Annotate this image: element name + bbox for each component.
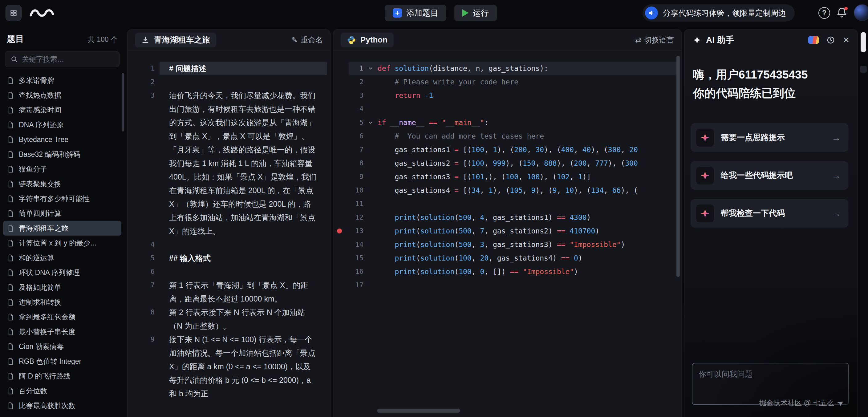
file-icon: [7, 387, 14, 395]
sidebar-item[interactable]: 多米诺骨牌: [3, 73, 121, 88]
ai-panel-header: AI 助手 ✕: [684, 29, 858, 51]
file-icon: [7, 284, 14, 291]
sidebar-item[interactable]: 青海湖租车之旅: [3, 221, 121, 235]
sidebar-item[interactable]: 查找热点数据: [3, 88, 121, 102]
sidebar-item-label: 字符串有多少种可能性: [19, 194, 90, 203]
description-line: 4: [127, 238, 330, 251]
sidebar-item[interactable]: RGB 色值转 Integer: [3, 354, 121, 368]
help-button[interactable]: ?: [818, 7, 830, 19]
line-number: 9: [346, 170, 364, 184]
description-line-text: [169, 265, 317, 279]
close-icon[interactable]: ✕: [843, 36, 849, 44]
problem-description[interactable]: 1# 问题描述23油价飞升的今天，我们尽量减少花费。我们出门旅游，有时候租车去旅…: [127, 51, 330, 417]
marscode-logo[interactable]: [28, 5, 58, 22]
sidebar-item[interactable]: 阿 D 的飞行路线: [3, 368, 121, 383]
search-input[interactable]: [22, 55, 114, 63]
sidebar-item[interactable]: 计算位置 x 到 y 的最少...: [3, 235, 121, 250]
ai-suggestion-card[interactable]: 给我一些代码提示吧→: [690, 161, 848, 190]
description-line: 3油价飞升的今天，我们尽量减少花费。我们出门旅游，有时候租车去旅游也是一种不错的…: [127, 89, 330, 238]
sidebar-item[interactable]: 最小替换子串长度: [3, 324, 121, 339]
ai-suggestion-card[interactable]: 帮我检查一下代码→: [690, 199, 848, 228]
code-line-text: gas_stations2 = [(100, 999), (150, 888),…: [378, 156, 638, 170]
history-icon[interactable]: [826, 35, 835, 45]
line-number: 7: [346, 143, 364, 156]
sidebar-header: 题目 共 100 个: [0, 26, 124, 51]
sidebar-item[interactable]: Bytedance Tree: [3, 132, 121, 147]
run-button[interactable]: 运行: [454, 5, 497, 21]
sidebar-item[interactable]: Cion 勒索病毒: [3, 339, 121, 354]
line-number: 9: [127, 332, 155, 400]
sidebar-item[interactable]: 百分位数: [3, 383, 121, 398]
file-icon: [7, 151, 14, 158]
line-number: 6: [127, 265, 155, 279]
sidebar-item-label: 比赛最高获胜次数: [19, 401, 75, 411]
description-line: 1# 问题描述: [127, 62, 330, 75]
file-icon: [7, 77, 14, 85]
line-number: 8: [127, 306, 155, 332]
sidebar-item-label: 阿 D 的飞行路线: [19, 372, 70, 381]
sidebar-item[interactable]: 进制求和转换: [3, 295, 121, 310]
sidebar-item-label: 简单四则计算: [19, 209, 61, 218]
brand-flag-icon[interactable]: [808, 36, 819, 44]
user-avatar[interactable]: [854, 4, 868, 21]
suggestion-label: 帮我检查一下代码: [721, 208, 785, 219]
fold-chevron-icon[interactable]: [368, 120, 374, 126]
ai-suggestion-card[interactable]: 需要一点思路提示→: [690, 123, 848, 152]
plus-icon: +: [393, 8, 402, 18]
line-number: 10: [346, 184, 364, 197]
sidebar-item[interactable]: 病毒感染时间: [3, 102, 121, 117]
file-icon: [7, 358, 14, 365]
code-line-text: print(solution(500, 7, gas_stations2) ==…: [378, 224, 599, 238]
sidebar-item[interactable]: 及格如此简单: [3, 280, 121, 295]
download-icon: [141, 36, 150, 44]
ai-sparkle-icon: [692, 35, 702, 45]
code-line: 17: [333, 279, 681, 292]
sidebar-item[interactable]: 比赛最高获胜次数: [3, 398, 121, 413]
promo-banner[interactable]: 分享代码练习体验，领限量定制周边: [643, 4, 795, 22]
editor-horizontal-scrollbar[interactable]: [377, 409, 460, 413]
sidebar-item-label: 百分位数: [19, 386, 47, 396]
sidebar-title: 题目: [7, 33, 24, 45]
rename-button[interactable]: ✎ 重命名: [291, 35, 323, 45]
code-line-text: return -1: [378, 89, 433, 102]
sidebar-item[interactable]: 猫鱼分子: [3, 162, 121, 177]
code-line: 1def solution(distance, n, gas_stations)…: [333, 62, 681, 75]
sidebar-item-label: 病毒感染时间: [19, 105, 61, 115]
sidebar-item[interactable]: 拿到最多红包金额: [3, 310, 121, 324]
sidebar-item[interactable]: 环状 DNA 序列整理: [3, 265, 121, 280]
code-line: 10 gas_stations4 = [(34, 1), (105, 9), (…: [333, 184, 681, 197]
description-line-text: 接下来 N (1 <= N <= 100) 行表示，每一个加油站情况。每一个加油…: [169, 332, 317, 400]
code-line: 16 print(solution(100, 0, []) == "Imposs…: [333, 265, 681, 279]
sidebar-item[interactable]: DNA 序列还原: [3, 117, 121, 132]
editor-vertical-scrollbar[interactable]: [676, 56, 680, 277]
app: + 添加题目 运行 分享代码练习体验，领限量定制周边 ? 题目 共 100 个: [0, 0, 868, 417]
switch-language-button[interactable]: ⇄ 切换语言: [635, 35, 674, 45]
collapsed-panel-handle[interactable]: [861, 32, 866, 52]
fold-chevron-icon[interactable]: [368, 65, 374, 71]
sidebar-item-label: 及格如此简单: [19, 283, 61, 292]
search-box[interactable]: [5, 51, 120, 67]
play-icon: [462, 9, 468, 17]
code-line: 2 # Please write your code here: [333, 75, 681, 89]
notifications-button[interactable]: [836, 7, 848, 19]
sidebar-item[interactable]: 简单四则计算: [3, 206, 121, 221]
description-line-text: 第 2 行表示接下来 N 行表示 N 个加油站（N 为正整数）。: [169, 306, 317, 332]
sidebar-item-label: 环状 DNA 序列整理: [19, 268, 80, 278]
megaphone-icon: [645, 6, 658, 20]
breakpoint-gutter[interactable]: [333, 228, 346, 233]
pencil-icon: ✎: [291, 36, 298, 44]
sidebar-scrollbar[interactable]: [122, 73, 124, 131]
sidebar-item-label: 最小替换子串长度: [19, 327, 75, 336]
add-problem-button[interactable]: + 添加题目: [385, 5, 446, 21]
sidebar-item[interactable]: 字符串有多少种可能性: [3, 191, 121, 206]
sidebar-item[interactable]: 和的逆运算: [3, 250, 121, 265]
sidebar-item[interactable]: 链表聚集交换: [3, 177, 121, 191]
breakpoint-dot: [337, 228, 342, 233]
rail-icon[interactable]: [860, 66, 867, 73]
description-line-text: 油价飞升的今天，我们尽量减少花费。我们出门旅游，有时候租车去旅游也是一种不错的方…: [169, 89, 317, 238]
app-logo[interactable]: [5, 5, 22, 21]
language-chip[interactable]: Python: [341, 33, 394, 47]
code-editor[interactable]: 1def solution(distance, n, gas_stations)…: [333, 51, 681, 417]
promo-banner-text: 分享代码练习体验，领限量定制周边: [663, 8, 786, 18]
sidebar-item[interactable]: Base32 编码和解码: [3, 147, 121, 162]
